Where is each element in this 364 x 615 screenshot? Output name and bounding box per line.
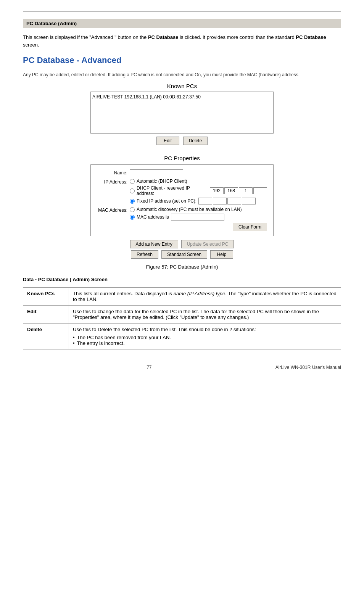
properties-box: Name: IP Address: Automatic (DHCP Client… [90, 164, 274, 236]
intro-bold-2: PC Database [296, 34, 326, 40]
top-divider [23, 11, 341, 12]
intro-text-2: is clicked. It provides more control tha… [178, 34, 296, 40]
term-delete: Delete [23, 324, 69, 349]
action-buttons: Add as New Entry Update Selected PC Refr… [130, 240, 234, 259]
known-pcs-label: Known PCs [167, 83, 197, 89]
delete-bullet-1: The PC has been removed from your LAN. [73, 335, 337, 340]
dhcp-ip-3[interactable] [239, 187, 253, 194]
mac-address-is-radio[interactable] [130, 215, 135, 220]
ip-row: IP Address: Automatic (DHCP Client) DHCP… [97, 179, 267, 204]
update-selected-button[interactable]: Update Selected PC [181, 240, 234, 248]
add-new-entry-button[interactable]: Add as New Entry [130, 240, 178, 248]
mac-address-is-label: MAC address is [137, 214, 169, 220]
delete-button[interactable]: Delete [183, 137, 208, 145]
fixed-ip-1[interactable] [198, 198, 212, 204]
name-label: Name: [97, 169, 127, 175]
desc-delete: Use this to Delete the selected PC from … [69, 324, 341, 349]
table-row-known-pcs: Known PCs This lists all current entries… [23, 288, 341, 306]
auto-discovery-label: Automatic discovery (PC must be availabl… [137, 207, 242, 212]
clear-form-button[interactable]: Clear Form [233, 223, 267, 231]
clear-form-row: Clear Form [97, 223, 267, 231]
refresh-standard-help-row: Refresh Standard Screen Help [131, 250, 233, 259]
desc-delete-text: Use this to Delete the selected PC from … [73, 327, 256, 332]
desc-known-pcs: This lists all current entries. Data dis… [69, 288, 341, 306]
fixed-ip-radio[interactable] [130, 199, 135, 204]
fixed-ip-2[interactable] [213, 198, 227, 204]
dhcp-reserved-row: DHCP Client - reserved IP address: [130, 185, 267, 196]
term-edit: Edit [23, 306, 69, 324]
known-pcs-entry: AIRLIVE-TEST 192.168.1.1 (LAN) 00:0D:61:… [92, 93, 272, 100]
standard-screen-button[interactable]: Standard Screen [161, 250, 207, 259]
delete-bullet-2: The entry is incorrect. [73, 340, 337, 346]
data-table: Known PCs This lists all current entries… [23, 287, 341, 349]
fixed-ip-row: Fixed IP address (set on PC): [130, 198, 267, 204]
mac-row: MAC Address: Automatic discovery (PC mus… [97, 207, 267, 221]
delete-bullets: The PC has been removed from your LAN. T… [73, 335, 337, 346]
manual-title: AirLive WN-301R User's Manual [275, 365, 341, 370]
dhcp-reserved-label: DHCP Client - reserved IP address: [137, 185, 208, 196]
auto-dhcp-label: Automatic (DHCP Client) [137, 179, 187, 184]
name-input[interactable] [130, 169, 183, 176]
section-header: PC Database (Admin) [23, 19, 341, 28]
fixed-ip-inputs [198, 198, 256, 204]
intro-bold-1: PC Database [148, 34, 178, 40]
dhcp-ip-4[interactable] [253, 187, 267, 194]
mac-content: Automatic discovery (PC must be availabl… [130, 207, 267, 221]
desc-known-pcs-text: This lists all current entries. Data dis… [73, 291, 337, 302]
name-row: Name: [97, 169, 267, 176]
intro-paragraph: This screen is displayed if the "Advance… [23, 34, 341, 48]
dhcp-ip-2[interactable] [224, 187, 238, 194]
fixed-ip-label: Fixed IP address (set on PC): [137, 198, 196, 204]
edit-delete-row: Edit Delete [156, 137, 208, 145]
auto-discovery-row: Automatic discovery (PC must be availabl… [130, 207, 267, 212]
pc-properties-label: PC Properties [90, 155, 274, 161]
table-row-edit: Edit Use this to change the data for the… [23, 306, 341, 324]
mac-address-is-row: MAC address is [130, 214, 267, 221]
auto-dhcp-row: Automatic (DHCP Client) [130, 179, 267, 184]
refresh-button[interactable]: Refresh [131, 250, 158, 259]
auto-discovery-radio[interactable] [130, 207, 135, 212]
intro-text-3: screen. [23, 42, 39, 48]
mac-input[interactable] [171, 214, 224, 221]
edit-button[interactable]: Edit [156, 137, 179, 145]
term-known-pcs: Known PCs [23, 288, 69, 306]
ip-content: Automatic (DHCP Client) DHCP Client - re… [130, 179, 267, 204]
add-update-row: Add as New Entry Update Selected PC [130, 240, 234, 248]
dhcp-ip-1[interactable] [210, 187, 224, 194]
intro-text-1: This screen is displayed if the "Advance… [23, 34, 148, 40]
help-button[interactable]: Help [210, 250, 233, 259]
footer: 77 AirLive WN-301R User's Manual [23, 365, 341, 370]
fixed-ip-3[interactable] [227, 198, 241, 204]
page-number: 77 [23, 365, 275, 370]
page-title: PC Database - Advanced [23, 55, 341, 65]
table-row-delete: Delete Use this to Delete the selected P… [23, 324, 341, 349]
desc-edit: Use this to change the data for the sele… [69, 306, 341, 324]
mac-label: MAC Address: [97, 207, 127, 213]
known-pcs-list[interactable]: AIRLIVE-TEST 192.168.1.1 (LAN) 00:0D:61:… [90, 92, 274, 134]
auto-dhcp-radio[interactable] [130, 179, 135, 184]
ip-label: IP Address: [97, 179, 127, 185]
fixed-ip-4[interactable] [242, 198, 256, 204]
pc-properties-section: PC Properties Name: IP Address: Automati… [90, 155, 274, 236]
name-content [130, 169, 267, 176]
dhcp-reserved-radio[interactable] [130, 188, 135, 193]
dhcp-ip-inputs [210, 187, 267, 194]
data-table-title: Data - PC Database ( Admin) Screen [23, 277, 341, 284]
main-panel: Known PCs AIRLIVE-TEST 192.168.1.1 (LAN)… [23, 83, 341, 259]
description-text: Any PC may be added, edited or deleted. … [23, 72, 341, 77]
figure-caption: Figure 57: PC Database (Admin) [23, 264, 341, 270]
